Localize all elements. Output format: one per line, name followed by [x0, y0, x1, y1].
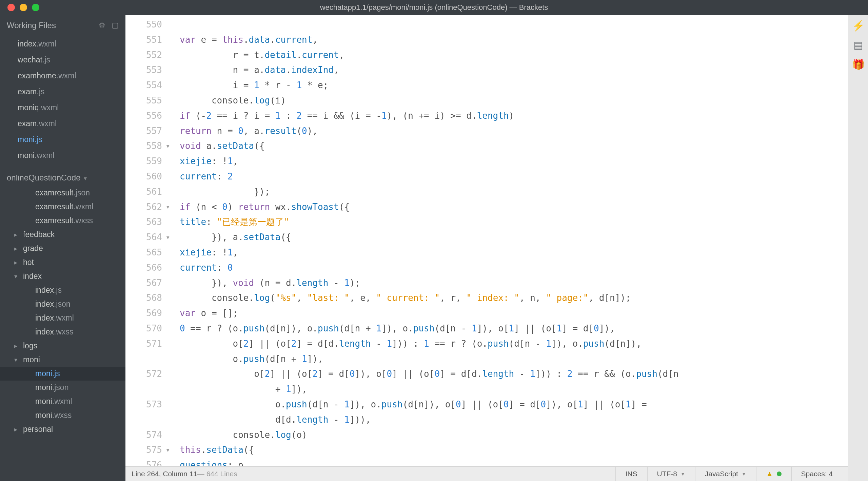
gutter-line: 567 — [125, 275, 171, 291]
gutter-line: 563 — [125, 214, 171, 230]
tree-folder-moni[interactable]: moni — [0, 353, 125, 367]
gutter-line: 560 — [125, 169, 171, 184]
code-line[interactable]: xiejie: !1, — [180, 154, 848, 169]
code-area[interactable]: var e = this.data.current, r = t.detail.… — [180, 15, 848, 466]
code-line[interactable]: i = 1 * r - 1 * e; — [180, 78, 848, 93]
tree-file[interactable]: index.js — [0, 283, 125, 297]
language-picker[interactable]: JavaScript ▼ — [695, 467, 756, 481]
tree-file[interactable]: index.json — [0, 297, 125, 311]
disclosure-arrow-icon — [8, 245, 23, 252]
encoding-label: UTF-8 — [657, 470, 677, 478]
code-line[interactable]: questions: o, — [180, 458, 848, 466]
working-files-label: Working Files — [7, 21, 56, 30]
titlebar: wechatapp1.1/pages/moni/moni.js (onlineQ… — [0, 0, 868, 15]
tree-folder-logs[interactable]: logs — [0, 339, 125, 353]
zoom-window-button[interactable] — [32, 4, 39, 11]
disclosure-arrow-icon — [8, 356, 23, 364]
gutter-line: 568 — [125, 290, 171, 306]
working-file-item[interactable]: moniq.wxml — [0, 100, 125, 116]
gutter-line: 555 — [125, 93, 171, 108]
code-line[interactable]: var o = []; — [180, 306, 848, 321]
working-file-item[interactable]: index.wxml — [0, 36, 125, 52]
warning-icon: ▲ — [766, 469, 773, 478]
gutter-line: 551 — [125, 32, 171, 47]
tree-file[interactable]: moni.json — [0, 381, 125, 395]
code-line[interactable]: current: 0 — [180, 260, 848, 275]
minimize-window-button[interactable] — [20, 4, 27, 11]
gutter-line: 552 — [125, 47, 171, 63]
code-line[interactable]: o[2] || (o[2] = d[0]), o[0] || (o[0] = d… — [180, 366, 848, 382]
code-line[interactable]: 0 == r ? (o.push(d[n]), o.push(d[n + 1])… — [180, 321, 848, 336]
extension-rail: ⚡ ▤ 🎁 — [848, 15, 868, 481]
working-file-item[interactable]: moni.js — [0, 132, 125, 148]
code-line[interactable]: if (-2 == i ? i = 1 : 2 == i && (i = -1)… — [180, 108, 848, 123]
code-line[interactable]: void a.setData({ — [180, 138, 848, 154]
code-line[interactable]: + 1]), — [180, 382, 848, 397]
working-file-item[interactable]: exam.wxml — [0, 116, 125, 132]
tree-file[interactable]: examresult.json — [0, 186, 125, 200]
project-dropdown[interactable]: onlineQuestionCode ▾ — [0, 163, 125, 186]
code-line[interactable]: title: "已经是第一题了" — [180, 214, 848, 230]
code-line[interactable]: o[2] || (o[2] = d[d.length - 1])) : 1 ==… — [180, 336, 848, 351]
code-line[interactable]: this.setData({ — [180, 442, 848, 458]
code-line[interactable]: }), a.setData({ — [180, 230, 848, 245]
tree-file[interactable]: examresult.wxml — [0, 200, 125, 214]
gutter-line: 566 — [125, 260, 171, 275]
gear-icon[interactable]: ⚙ — [99, 21, 105, 30]
code-line[interactable] — [180, 17, 848, 32]
tree-file[interactable]: examresult.wxss — [0, 214, 125, 228]
close-window-button[interactable] — [7, 4, 15, 11]
tree-file[interactable]: index.wxml — [0, 311, 125, 325]
gutter-line: 553 — [125, 62, 171, 78]
code-line[interactable]: d[d.length - 1])), — [180, 412, 848, 427]
working-file-item[interactable]: examhome.wxml — [0, 68, 125, 84]
extension-manager-icon[interactable]: ▤ — [853, 39, 863, 51]
code-line[interactable]: var e = this.data.current, — [180, 32, 848, 47]
live-preview-icon[interactable]: ⚡ — [852, 20, 865, 32]
code-line[interactable]: o.push(d[n - 1]), o.push(d[n]), o[0] || … — [180, 397, 848, 412]
tree-file[interactable]: index.wxss — [0, 325, 125, 339]
encoding-picker[interactable]: UTF-8 ▼ — [647, 467, 695, 481]
code-line[interactable]: }); — [180, 184, 848, 199]
code-line[interactable]: if (n < 0) return wx.showToast({ — [180, 199, 848, 215]
gutter-line: 550 — [125, 17, 171, 32]
tree-folder-personal[interactable]: personal — [0, 422, 125, 436]
working-file-item[interactable]: wechat.js — [0, 52, 125, 68]
window-controls — [0, 4, 39, 11]
editor-pane: 550 551 552 553 554 555 556 557 558▾559 … — [125, 15, 848, 481]
tree-file[interactable]: moni.wxml — [0, 395, 125, 408]
code-line[interactable]: xiejie: !1, — [180, 245, 848, 260]
code-line[interactable]: console.log("%s", "last: ", e, " current… — [180, 290, 848, 306]
code-line[interactable]: return n = 0, a.result(0), — [180, 123, 848, 139]
gutter-line: 554 — [125, 78, 171, 93]
gutter-line: 571 — [125, 336, 171, 351]
code-line[interactable]: console.log(i) — [180, 93, 848, 108]
tree-folder-index[interactable]: index — [0, 269, 125, 283]
code-line[interactable]: current: 2 — [180, 169, 848, 184]
code-line[interactable]: o.push(d[n + 1]), — [180, 351, 848, 367]
code-line[interactable]: }), void (n = d.length - 1); — [180, 275, 848, 291]
code-editor[interactable]: 550 551 552 553 554 555 556 557 558▾559 … — [125, 15, 848, 466]
tree-folder-feedback[interactable]: feedback — [0, 228, 125, 242]
tree-folder-hot[interactable]: hot — [0, 255, 125, 269]
code-line[interactable]: r = t.detail.current, — [180, 47, 848, 63]
split-view-icon[interactable]: ▢ — [112, 21, 119, 30]
gutter-line: 556 — [125, 108, 171, 123]
working-file-item[interactable]: moni.wxml — [0, 148, 125, 163]
working-file-item[interactable]: exam.js — [0, 84, 125, 100]
tree-file[interactable]: moni.js — [0, 367, 125, 381]
status-bar: Line 264, Column 11 — 644 Lines INS UTF-… — [125, 466, 848, 481]
gift-icon[interactable]: 🎁 — [852, 58, 865, 70]
tree-file[interactable]: moni.wxss — [0, 408, 125, 422]
indentation-picker[interactable]: Spaces: 4 — [791, 467, 842, 481]
tree-folder-grade[interactable]: grade — [0, 242, 125, 255]
working-files-list: index.wxmlwechat.jsexamhome.wxmlexam.jsm… — [0, 36, 125, 163]
lint-status[interactable]: ▲ — [756, 467, 791, 481]
gutter-line — [125, 412, 171, 427]
sidebar: Working Files ⚙ ▢ index.wxmlwechat.jsexa… — [0, 15, 125, 481]
line-gutter: 550 551 552 553 554 555 556 557 558▾559 … — [125, 15, 180, 466]
insert-mode-toggle[interactable]: INS — [615, 467, 647, 481]
code-line[interactable]: console.log(o) — [180, 427, 848, 443]
code-line[interactable]: n = a.data.indexInd, — [180, 62, 848, 78]
working-files-header: Working Files ⚙ ▢ — [0, 15, 125, 36]
